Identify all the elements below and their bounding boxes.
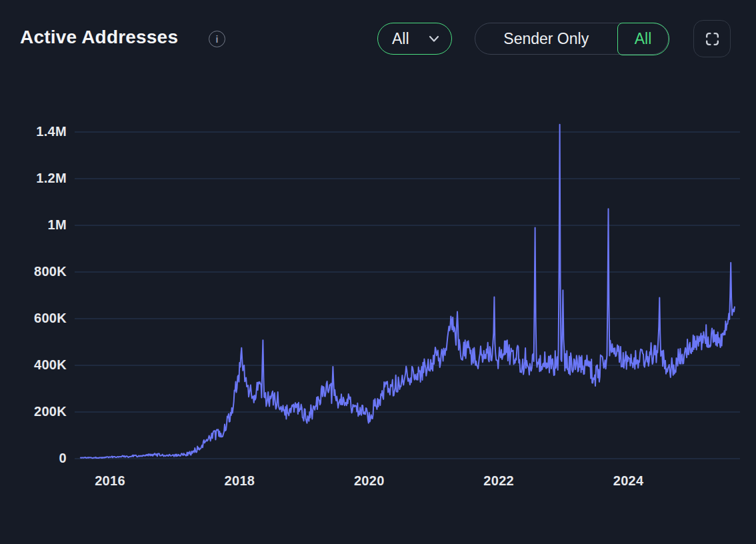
active-addresses-chart[interactable] (0, 0, 756, 544)
x-tick-label: 2018 (225, 473, 255, 489)
y-tick-label: 1M (0, 217, 67, 233)
y-tick-label: 200K (0, 404, 67, 419)
x-tick-label: 2020 (354, 473, 385, 489)
y-tick-label: 1.4M (0, 124, 67, 139)
y-tick-label: 600K (0, 311, 67, 326)
y-tick-label: 400K (0, 357, 67, 373)
x-tick-label: 2016 (95, 473, 125, 489)
x-tick-label: 2022 (483, 473, 514, 489)
y-tick-label: 800K (0, 264, 67, 279)
y-tick-label: 0 (0, 451, 67, 466)
active-addresses-card: Active Addresses i All Sender Only All 0… (0, 0, 756, 544)
y-tick-label: 1.2M (0, 171, 67, 186)
active-addresses-series-line (80, 125, 735, 459)
x-tick-label: 2024 (613, 473, 644, 489)
